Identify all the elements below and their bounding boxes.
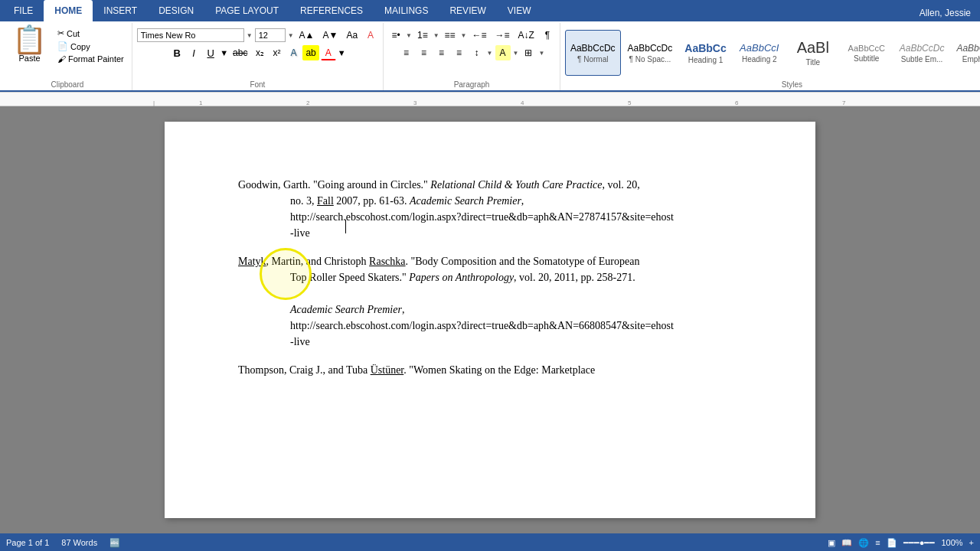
- tab-home[interactable]: HOME: [44, 0, 93, 21]
- subscript-btn[interactable]: x₂: [252, 45, 267, 60]
- justify-btn[interactable]: ≡: [452, 45, 467, 60]
- view-mode-print[interactable]: ▣: [828, 538, 835, 548]
- format-painter-button[interactable]: 🖌 Format Painter: [54, 54, 127, 64]
- clipboard-group: 📋 Paste ✂ Cut 📄 Copy: [3, 23, 132, 90]
- user-name: Allen, Jessie: [910, 5, 980, 21]
- bold-btn[interactable]: B: [169, 45, 185, 60]
- style-heading1[interactable]: AaBbCc Heading 1: [679, 30, 731, 76]
- font-color-btn[interactable]: A: [321, 45, 336, 60]
- document-area: Goodwin, Garth. "Going around in Circles…: [0, 106, 980, 533]
- show-marks-btn[interactable]: ¶: [540, 28, 555, 43]
- clipboard-label: Clipboard: [8, 78, 127, 89]
- copy-button[interactable]: 📄 Copy: [54, 41, 127, 52]
- cut-button[interactable]: ✂ Cut: [54, 28, 127, 39]
- font-name-input[interactable]: [137, 28, 244, 42]
- ref1-fall: Fall: [317, 195, 334, 207]
- style-heading1-preview: AaBbCc: [684, 42, 726, 54]
- borders-btn[interactable]: ⊞: [521, 45, 536, 60]
- underline-dropdown[interactable]: ▼: [220, 48, 228, 57]
- paragraph-label: Paragraph: [388, 78, 555, 89]
- ref3-line1: Thompson, Craig J., and Tuba Üstüner. "W…: [238, 362, 742, 378]
- tab-file[interactable]: FILE: [3, 0, 44, 21]
- numbering-dropdown[interactable]: ▼: [433, 32, 439, 39]
- style-normal[interactable]: AaBbCcDc ¶ Normal: [565, 30, 621, 76]
- ref1-line1: Goodwin, Garth. "Going around in Circles…: [238, 177, 742, 193]
- bullets-btn[interactable]: ≡•: [388, 28, 403, 43]
- multilevel-list-btn[interactable]: ≡≡: [442, 28, 459, 43]
- italic-btn[interactable]: I: [186, 45, 201, 60]
- style-subtitle-label: Subtitle: [854, 54, 879, 63]
- style-no-spacing[interactable]: AaBbCcDc ¶ No Spac...: [622, 30, 678, 76]
- view-mode-read[interactable]: 📖: [841, 538, 852, 548]
- ruler: | 1 2 3 4 5 6 7: [0, 93, 980, 106]
- view-mode-draft[interactable]: 📄: [887, 538, 897, 548]
- line-spacing-dropdown[interactable]: ▼: [487, 50, 493, 57]
- tab-insert[interactable]: INSERT: [93, 0, 148, 21]
- shading-dropdown[interactable]: ▼: [513, 50, 519, 57]
- styles-gallery: AaBbCcDc ¶ Normal AaBbCcDc ¶ No Spac... …: [565, 30, 980, 76]
- numbering-btn[interactable]: 1≡: [414, 28, 431, 43]
- font-color-dropdown[interactable]: ▼: [338, 48, 346, 57]
- strikethrough-btn[interactable]: abc: [230, 45, 250, 60]
- tab-design[interactable]: DESIGN: [148, 0, 204, 21]
- ref-entry-1: Goodwin, Garth. "Going around in Circles…: [238, 177, 742, 241]
- tab-review[interactable]: REVIEW: [439, 0, 496, 21]
- align-left-btn[interactable]: ≡: [399, 45, 414, 60]
- ref1-line4: -live: [238, 225, 742, 241]
- page-count: Page 1 of 1: [6, 538, 49, 548]
- font-name-dropdown-icon[interactable]: ▼: [247, 32, 253, 39]
- zoom-in-btn[interactable]: +: [969, 538, 974, 547]
- font-size-dropdown-icon[interactable]: ▼: [288, 32, 294, 39]
- view-mode-web[interactable]: 🌐: [858, 538, 869, 548]
- increase-font-btn[interactable]: A▲: [296, 28, 318, 43]
- ref2-line5: http://search.ebscohost.com/login.aspx?d…: [238, 318, 742, 334]
- copy-icon: 📄: [57, 41, 68, 51]
- underline-btn[interactable]: U: [203, 45, 218, 60]
- style-no-spacing-preview: AaBbCcDc: [628, 43, 673, 54]
- decrease-indent-btn[interactable]: ←≡: [469, 28, 490, 43]
- tab-references[interactable]: REFERENCES: [289, 0, 374, 21]
- style-subtle-em-preview: AaBbCcDc: [900, 43, 945, 54]
- paste-button[interactable]: 📋 Paste: [8, 24, 51, 64]
- style-subtle-em[interactable]: AaBbCcDc Subtle Em...: [894, 30, 950, 76]
- highlight-btn[interactable]: ab: [302, 45, 318, 60]
- ref1-line2: no. 3, Fall 2007, pp. 61-63. Academic Se…: [238, 193, 742, 209]
- style-title[interactable]: AaBl Title: [787, 30, 839, 76]
- ref-entry-3: Thompson, Craig J., and Tuba Üstüner. "W…: [238, 362, 742, 378]
- text-cursor: [345, 220, 346, 233]
- increase-indent-btn[interactable]: →≡: [492, 28, 513, 43]
- document-page[interactable]: Goodwin, Garth. "Going around in Circles…: [165, 122, 815, 518]
- font-size-input[interactable]: [255, 28, 286, 42]
- style-normal-preview: AaBbCcDc: [570, 43, 616, 54]
- styles-label: Styles: [565, 78, 980, 89]
- style-normal-label: ¶ Normal: [577, 55, 608, 64]
- change-case-btn[interactable]: Aa: [343, 28, 361, 43]
- text-effect-btn[interactable]: A: [286, 45, 301, 60]
- line-spacing-btn[interactable]: ↕: [469, 45, 485, 60]
- font-group: ▼ ▼ A▲ A▼ Aa A B I U ▼ abc x₂ x² A: [132, 23, 384, 90]
- tab-view[interactable]: VIEW: [497, 0, 542, 21]
- style-heading2[interactable]: AaBbCcI Heading 2: [733, 30, 786, 76]
- tab-page-layout[interactable]: PAGE LAYOUT: [204, 0, 289, 21]
- tab-bar: FILE HOME INSERT DESIGN PAGE LAYOUT REFE…: [0, 0, 980, 21]
- bullets-dropdown[interactable]: ▼: [406, 32, 412, 39]
- borders-dropdown[interactable]: ▼: [538, 50, 544, 57]
- align-center-btn[interactable]: ≡: [416, 45, 432, 60]
- format-painter-icon: 🖌: [57, 54, 66, 64]
- ref2-line4: Academic Search Premier,: [238, 302, 742, 318]
- shading-btn[interactable]: A: [495, 45, 511, 60]
- ref2-line2: Top Roller Speed Skaters." Papers on Ant…: [238, 269, 742, 285]
- style-emphasis[interactable]: AaBbCcDc Emphasis: [951, 30, 980, 76]
- language-indicator: 🔤: [109, 538, 120, 548]
- clear-format-btn[interactable]: A: [363, 28, 378, 43]
- sort-btn[interactable]: A↓Z: [515, 28, 537, 43]
- decrease-font-btn[interactable]: A▼: [319, 28, 341, 43]
- status-bar: Page 1 of 1 87 Words 🔤 ▣ 📖 🌐 ≡ 📄 ━━━●━━ …: [0, 533, 980, 551]
- tab-mailings[interactable]: MAILINGS: [374, 0, 439, 21]
- view-mode-outline[interactable]: ≡: [875, 538, 880, 547]
- zoom-slider[interactable]: ━━━●━━: [903, 538, 936, 548]
- multilevel-dropdown[interactable]: ▼: [461, 32, 467, 39]
- style-subtitle[interactable]: AaBbCcC Subtitle: [841, 30, 893, 76]
- superscript-btn[interactable]: x²: [269, 45, 284, 60]
- align-right-btn[interactable]: ≡: [434, 45, 449, 60]
